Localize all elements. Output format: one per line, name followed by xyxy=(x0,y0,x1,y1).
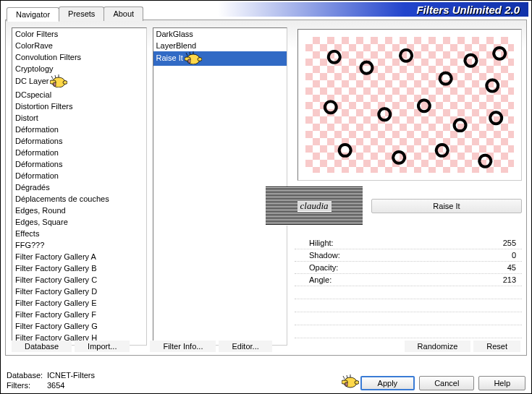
filter-item[interactable]: LayerBlend xyxy=(153,40,287,51)
category-item[interactable]: Edges, Square xyxy=(12,216,146,228)
category-item[interactable]: Dégradés xyxy=(12,181,146,193)
category-item[interactable]: Filter Factory Gallery E xyxy=(12,297,146,309)
footer-info: Database:ICNET-Filters Filters:3654 xyxy=(7,370,95,390)
category-item[interactable]: Edges, Round xyxy=(12,205,146,216)
reset-button[interactable]: Reset xyxy=(473,341,520,352)
category-item[interactable]: Filter Factory Gallery G xyxy=(12,320,146,332)
param-row[interactable]: Hilight:255 xyxy=(295,237,522,249)
tab-navigator[interactable]: Navigator xyxy=(7,7,59,22)
filter-item[interactable]: Raise It xyxy=(153,51,287,66)
category-item[interactable]: Filter Factory Gallery D xyxy=(12,286,146,297)
category-item[interactable]: DC Layer xyxy=(12,74,146,89)
category-item[interactable]: Convolution Filters xyxy=(12,51,146,63)
category-item[interactable]: Distortion Filters xyxy=(12,100,146,112)
database-button[interactable]: Database xyxy=(12,341,72,352)
watermark-logo: claudia xyxy=(266,187,363,226)
filter-info-button[interactable]: Filter Info... xyxy=(150,341,216,352)
param-label: Hilight: xyxy=(309,239,334,247)
param-value: 213 xyxy=(503,275,516,284)
category-item[interactable]: Color Filters xyxy=(12,28,146,40)
category-item[interactable]: Filter Factory Gallery F xyxy=(12,309,146,320)
filters-count-value: 3654 xyxy=(47,381,64,390)
param-value: 255 xyxy=(503,239,516,247)
category-item[interactable]: ColorRave xyxy=(12,40,146,51)
pointer-hand-icon xyxy=(50,74,67,87)
tab-presets[interactable]: Presets xyxy=(59,7,104,21)
category-item[interactable]: Déformations xyxy=(12,135,146,147)
randomize-button[interactable]: Randomize xyxy=(405,341,471,352)
filters-count-label: Filters: xyxy=(7,380,47,390)
parameters-list: Hilight:255Shadow:0Opacity:45Angle:213 xyxy=(295,237,522,338)
editor-button[interactable]: Editor... xyxy=(219,341,271,352)
param-row-empty xyxy=(295,325,522,338)
category-item[interactable]: Déplacements de couches xyxy=(12,193,146,205)
param-row[interactable]: Opacity:45 xyxy=(295,262,522,274)
param-label: Angle: xyxy=(309,275,332,284)
param-value: 0 xyxy=(512,251,516,260)
category-item[interactable]: FFG??? xyxy=(12,239,146,251)
app-title: Filters Unlimited 2.0 xyxy=(416,4,520,16)
category-item[interactable]: DCspecial xyxy=(12,89,146,100)
pointer-hand-icon xyxy=(342,374,359,389)
param-row[interactable]: Angle:213 xyxy=(295,274,522,286)
preview-area xyxy=(297,29,522,181)
category-item[interactable]: Effects xyxy=(12,228,146,239)
category-item[interactable]: Distort xyxy=(12,112,146,124)
footer: Database:ICNET-Filters Filters:3654 Appl… xyxy=(7,360,525,390)
filter-title: Raise It xyxy=(371,199,522,213)
cancel-button[interactable]: Cancel xyxy=(419,376,474,390)
param-value: 45 xyxy=(507,263,516,272)
help-button[interactable]: Help xyxy=(478,376,525,390)
param-label: Opacity: xyxy=(309,263,338,272)
param-row-empty xyxy=(295,312,522,325)
filter-item[interactable]: DarkGlass xyxy=(153,28,287,40)
import-button[interactable]: Import... xyxy=(75,341,130,352)
category-item[interactable]: Filter Factory Gallery C xyxy=(12,274,146,286)
tab-bar: Navigator Presets About xyxy=(7,7,143,21)
db-label: Database: xyxy=(7,370,47,380)
category-item[interactable]: Déformations xyxy=(12,158,146,170)
pointer-hand-icon xyxy=(185,51,202,64)
apply-button[interactable]: Apply xyxy=(360,376,415,390)
category-item[interactable]: Déformation xyxy=(12,170,146,181)
panel-buttons: Database Import... Filter Info... Editor… xyxy=(12,341,520,352)
param-row[interactable]: Shadow:0 xyxy=(295,249,522,262)
category-item[interactable]: Cryptology xyxy=(12,63,146,74)
main-panel: Color FiltersColorRaveConvolution Filter… xyxy=(5,20,527,356)
category-item[interactable]: Filter Factory Gallery A xyxy=(12,251,146,262)
category-item[interactable]: Déformation xyxy=(12,147,146,158)
title-banner: Filters Unlimited 2.0 xyxy=(218,2,528,17)
param-row-empty xyxy=(295,299,522,312)
db-value: ICNET-Filters xyxy=(47,371,95,380)
param-label: Shadow: xyxy=(309,251,340,260)
category-list[interactable]: Color FiltersColorRaveConvolution Filter… xyxy=(12,27,147,346)
param-row-empty xyxy=(295,286,522,299)
category-item[interactable]: Filter Factory Gallery B xyxy=(12,262,146,274)
tab-about[interactable]: About xyxy=(104,7,143,21)
category-item[interactable]: Déformation xyxy=(12,124,146,135)
